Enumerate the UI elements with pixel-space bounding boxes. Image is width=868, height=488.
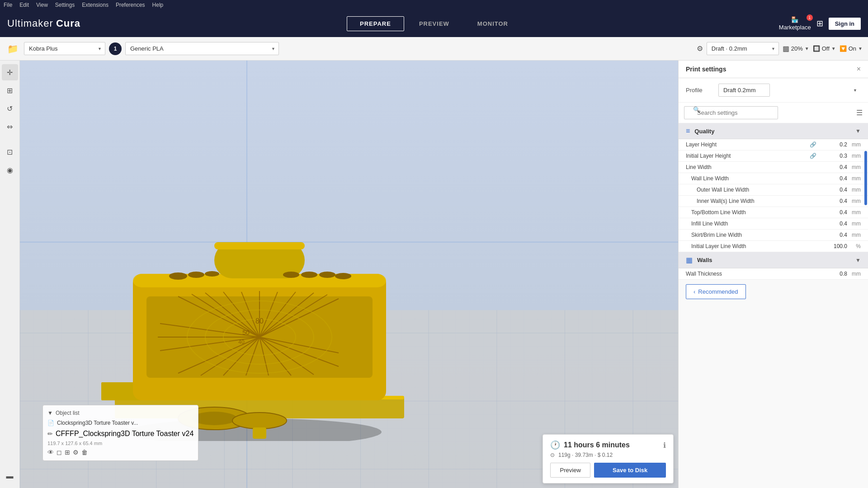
setting-initial-layer-height[interactable]: Initial Layer Height 🔗 0.3 mm [679,150,868,162]
object-item-0[interactable]: 📄 Clockspring3D Torture Toaster v... [43,418,198,428]
tab-prepare[interactable]: PREPARE [347,16,404,31]
search-wrapper: 🔍 [684,106,853,119]
slice-to-print-button[interactable]: ▬ [2,468,18,484]
viewport[interactable]: 80 50 40 ▼ [20,61,678,488]
link-icon-layer-height[interactable]: 🔗 [810,141,816,148]
object-settings-button[interactable]: ⚙ [73,449,79,456]
setting-name-wall-thickness: Wall Thickness [686,271,820,277]
setting-name-line-width: Line Width [686,164,820,170]
menu-help[interactable]: Help [152,2,164,8]
setting-value-topbottom-line-width: 0.4 [820,209,847,216]
object-list-header[interactable]: ▼ Object list [43,408,198,418]
extruder-button[interactable]: 1 [109,42,122,55]
material-select[interactable]: Generic PLA [125,42,279,55]
setting-initial-layer-line-width[interactable]: Initial Layer Line Width 100.0 % [679,241,868,252]
object-label-0: Clockspring3D Torture Toaster v... [57,420,138,426]
object-cube-button[interactable]: ◻ [57,449,62,456]
profile-select[interactable]: Draft · 0.2mm [707,42,779,55]
setting-value-initial-layer-line-width: 100.0 [820,243,847,249]
tab-preview[interactable]: PREVIEW [406,16,462,31]
svg-rect-54 [253,427,266,439]
weight-row: ⊙ 119g · 39.73m · $ 0.12 [550,452,666,458]
marketplace-badge: 1 [807,14,813,21]
profile-label: Profile [686,87,713,94]
walls-icon: ▦ [686,256,693,264]
save-to-disk-button[interactable]: Save to Disk [594,463,666,478]
marketplace-button[interactable]: 🏪 Marketplace 1 [779,16,811,31]
settings-icon-button[interactable]: ⚙ [697,44,703,53]
object-delete-button[interactable]: 🗑 [81,449,88,456]
search-icon: 🔍 [693,106,700,113]
support-value: Off [822,45,830,52]
quality-section-header[interactable]: ≡ Quality ▼ [679,123,868,139]
menu-view[interactable]: View [36,2,48,8]
signin-button[interactable]: Sign in [829,18,861,30]
marketplace-icon: 🏪 [791,16,798,23]
profile-dropdown[interactable]: Draft 0.2mm [718,84,770,97]
setting-unit-initial-layer-line-width: % [847,243,861,249]
setting-inner-wall-line-width[interactable]: Inner Wall(s) Line Width 0.4 mm [679,196,868,207]
walls-section-header[interactable]: ▦ Walls ▼ [679,252,868,268]
settings-content: ≡ Quality ▼ Layer Height 🔗 0.2 mm Initia… [679,123,868,488]
rotate-tool-button[interactable]: ↺ [2,100,18,117]
setting-infill-line-width[interactable]: Infill Line Width 0.4 mm [679,218,868,230]
recommended-button[interactable]: ‹ Recommended [686,284,746,299]
link-icon-initial-layer-height[interactable]: 🔗 [810,153,816,159]
profile-select-wrapper: Draft · 0.2mm [707,42,779,55]
setting-unit-topbottom-line-width: mm [847,209,861,216]
setting-unit-infill-line-width: mm [847,221,861,227]
header-right: 🏪 Marketplace 1 ⊞ Sign in [779,16,861,31]
logo: Ultimaker Cura [7,18,80,29]
setting-layer-height[interactable]: Layer Height 🔗 0.2 mm [679,139,868,150]
edit-object-button[interactable]: ✏ [47,430,53,437]
infill-dropdown[interactable]: ▼ [805,46,809,51]
scale-tool-button[interactable]: ⊞ [2,82,18,99]
infill-value: 20% [791,45,803,52]
panel-close-button[interactable]: × [857,65,861,73]
support-dropdown[interactable]: ▼ [831,46,836,51]
setting-unit-wall-thickness: mm [847,271,861,277]
setting-line-width[interactable]: Line Width 0.4 mm [679,162,868,173]
support-icon: 🔲 [813,45,820,52]
menu-extensions[interactable]: Extensions [82,2,108,8]
setting-unit-layer-height: mm [847,141,861,148]
menu-edit[interactable]: Edit [19,2,29,8]
open-folder-button[interactable]: 📁 [5,42,20,56]
per-object-settings-button[interactable]: ⊡ [2,144,18,160]
menu-settings[interactable]: Settings [55,2,75,8]
object-view-button[interactable]: 👁 [47,449,54,456]
settings-filter-button[interactable]: ☰ [856,108,863,117]
move-tool-button[interactable]: ✛ [2,64,18,80]
setting-wall-thickness[interactable]: Wall Thickness 0.8 mm [679,268,868,280]
setting-wall-line-width[interactable]: Wall Line Width 0.4 mm [679,173,868,184]
menu-file[interactable]: File [4,2,12,8]
quality-icon: ≡ [686,127,690,135]
info-icon[interactable]: ℹ [663,441,666,450]
setting-unit-inner-wall-line-width: mm [847,198,861,204]
svg-text:40: 40 [238,339,245,345]
setting-name-initial-layer-height: Initial Layer Height [686,153,810,159]
svg-rect-13 [214,242,305,249]
grid-icon[interactable]: ⊞ [816,19,823,28]
action-buttons: Preview Save to Disk [550,463,666,478]
machine-select[interactable]: Kobra Plus [24,42,105,55]
object-actions: ✏ CFFFP_Clockspring3D Torture Toaster v2… [43,428,198,440]
setting-name-layer-height: Layer Height [686,141,810,148]
support-group: 🔲 Off ▼ [813,45,836,52]
infill-icon: ▩ [783,44,789,53]
setting-topbottom-line-width[interactable]: Top/Bottom Line Width 0.4 mm [679,207,868,218]
support-blocker-button[interactable]: ◉ [2,162,18,178]
svg-text:50: 50 [242,329,250,336]
setting-skirt-brim-line-width[interactable]: Skirt/Brim Line Width 0.4 mm [679,230,868,241]
object-copy-button[interactable]: ⊞ [65,449,70,456]
preview-button[interactable]: Preview [550,463,590,478]
svg-point-50 [335,273,351,279]
svg-point-48 [301,272,317,278]
tab-monitor[interactable]: MONITOR [464,16,521,31]
setting-outer-wall-line-width[interactable]: Outer Wall Line Width 0.4 mm [679,184,868,196]
mirror-tool-button[interactable]: ⇔ [2,118,18,135]
nav-tabs: PREPARE PREVIEW MONITOR [347,16,521,31]
adhesion-group: 🔽 On ▼ [840,45,863,52]
menu-preferences[interactable]: Preferences [116,2,145,8]
adhesion-dropdown[interactable]: ▼ [858,46,863,51]
